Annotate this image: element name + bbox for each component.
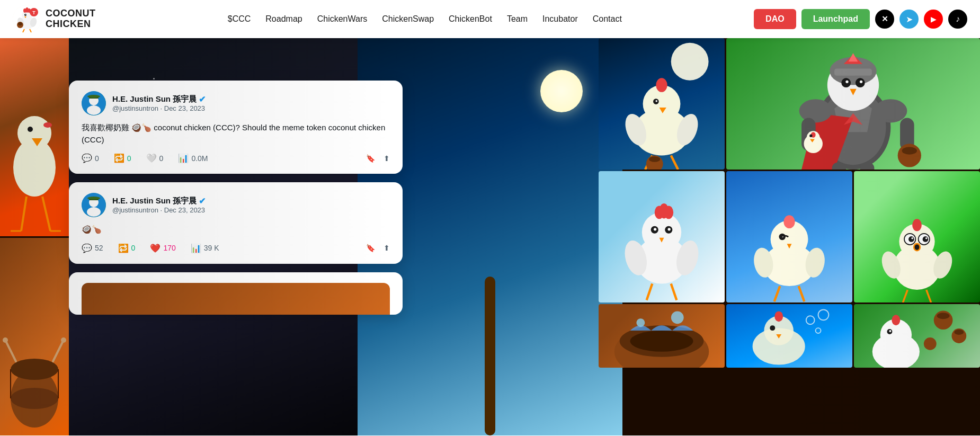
nav-chickenswap[interactable]: ChickenSwap: [382, 14, 434, 23]
svg-text:T: T: [32, 10, 35, 15]
logo-link[interactable]: T COCONUT CHICKEN: [13, 5, 96, 33]
svg-point-16: [18, 22, 22, 25]
social-youtube-link[interactable]: ▶: [924, 10, 943, 29]
svg-point-6: [24, 14, 26, 16]
nav-incubator[interactable]: Incubator: [542, 14, 578, 23]
nav-roadmap[interactable]: Roadmap: [265, 14, 302, 23]
navbar: T COCONUT CHICKEN $CCC Roadmap ChickenWa…: [0, 0, 980, 38]
social-telegram-link[interactable]: ➤: [899, 10, 919, 29]
tiktok-icon: ♪: [956, 14, 960, 24]
launchpad-button[interactable]: Launchpad: [801, 9, 870, 29]
hero-section: H.E. Justin Sun 孫宇晨 ✔ @justinsuntron · D…: [0, 38, 980, 435]
logo-text: COCONUT CHICKEN: [46, 8, 96, 30]
x-icon: ✕: [881, 14, 888, 24]
nav-team[interactable]: Team: [507, 14, 528, 23]
nav-chickenwars[interactable]: ChickenWars: [317, 14, 368, 23]
youtube-icon: ▶: [931, 15, 937, 23]
hero-overlay: [0, 38, 980, 435]
telegram-icon: ➤: [906, 14, 913, 24]
nav-contact[interactable]: Contact: [593, 14, 622, 23]
dao-button[interactable]: DAO: [754, 9, 796, 29]
nav-links: $CCC Roadmap ChickenWars ChickenSwap Chi…: [228, 14, 622, 24]
nav-ccc[interactable]: $CCC: [228, 14, 251, 23]
svg-point-7: [25, 14, 26, 15]
logo-image: T: [13, 5, 41, 33]
social-x-link[interactable]: ✕: [875, 10, 894, 29]
nav-actions: DAO Launchpad ✕ ➤ ▶ ♪: [754, 9, 967, 29]
social-tiktok-link[interactable]: ♪: [948, 10, 967, 29]
nav-chickenbot[interactable]: ChickenBot: [449, 14, 492, 23]
